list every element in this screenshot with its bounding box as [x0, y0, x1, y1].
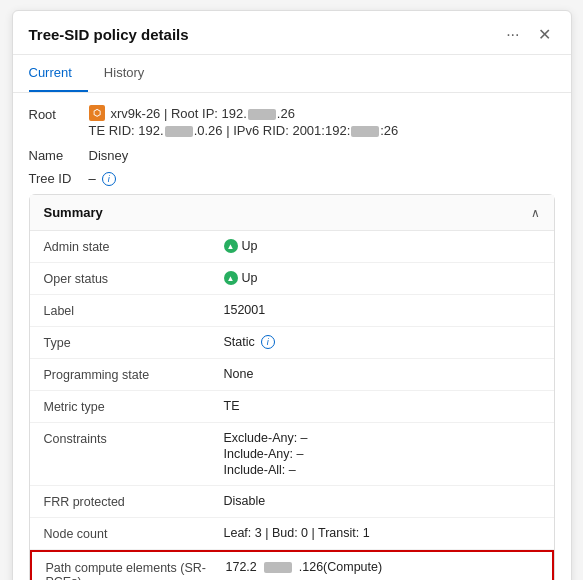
frr-protected-row: FRR protected Disable: [30, 486, 554, 518]
tree-id-label: Tree ID: [29, 171, 89, 186]
oper-status-status: ▲ Up: [224, 271, 258, 285]
admin-state-value: ▲ Up: [224, 239, 258, 253]
oper-status-value: ▲ Up: [224, 271, 258, 285]
root-te-info: TE RID: 192..0.26 | IPv6 RID: 2001:192::…: [89, 123, 399, 138]
programming-state-label: Programming state: [44, 367, 224, 382]
name-row: Name Disney: [29, 148, 555, 163]
panel-header: Tree-SID policy details ··· ✕: [13, 11, 571, 55]
frr-protected-label: FRR protected: [44, 494, 224, 509]
node-count-value: Leaf: 3 | Bud: 0 | Transit: 1: [224, 526, 370, 540]
summary-collapse-icon[interactable]: ∧: [531, 206, 540, 220]
label-row: Label 152001: [30, 295, 554, 327]
root-label: Root: [29, 105, 89, 122]
summary-header: Summary ∧: [30, 195, 554, 231]
summary-title: Summary: [44, 205, 103, 220]
tree-id-value: – i: [89, 171, 116, 186]
type-row: Type Static i: [30, 327, 554, 359]
admin-state-label: Admin state: [44, 239, 224, 254]
summary-card: Summary ∧ Admin state ▲ Up Oper sta: [29, 194, 555, 580]
node-count-row: Node count Leaf: 3 | Bud: 0 | Transit: 1: [30, 518, 554, 550]
constraints-label: Constraints: [44, 431, 224, 446]
programming-state-value: None: [224, 367, 254, 381]
tab-history[interactable]: History: [104, 55, 160, 92]
name-label: Name: [29, 148, 89, 163]
summary-body: Admin state ▲ Up Oper status ▲ Up: [30, 231, 554, 580]
path-compute-label: Path compute elements (SR-PCEs): [46, 560, 226, 580]
admin-up-icon: ▲: [224, 239, 238, 253]
panel-title: Tree-SID policy details: [29, 26, 189, 43]
constraints-row: Constraints Exclude-Any: – Include-Any: …: [30, 423, 554, 486]
root-device-info: xrv9k-26 | Root IP: 192..26: [111, 106, 295, 121]
path-compute-value: 172.2.126(Compute): [226, 560, 383, 574]
more-options-button[interactable]: ···: [502, 24, 523, 46]
metric-type-label: Metric type: [44, 399, 224, 414]
oper-up-icon: ▲: [224, 271, 238, 285]
oper-status-row: Oper status ▲ Up: [30, 263, 554, 295]
type-info-icon[interactable]: i: [261, 335, 275, 349]
frr-protected-value: Disable: [224, 494, 266, 508]
metric-type-value: TE: [224, 399, 240, 413]
path-compute-ip-mask: [264, 562, 292, 573]
path-compute-row: Path compute elements (SR-PCEs) 172.2.12…: [30, 550, 554, 580]
label-value: 152001: [224, 303, 266, 317]
tab-current[interactable]: Current: [29, 55, 88, 92]
oper-status-label: Oper status: [44, 271, 224, 286]
metric-type-row: Metric type TE: [30, 391, 554, 423]
admin-state-status: ▲ Up: [224, 239, 258, 253]
panel-body: Root ⬡ xrv9k-26 | Root IP: 192..26 TE RI…: [13, 93, 571, 580]
label-field-label: Label: [44, 303, 224, 318]
root-line1: ⬡ xrv9k-26 | Root IP: 192..26: [89, 105, 399, 121]
node-count-label: Node count: [44, 526, 224, 541]
tree-id-row: Tree ID – i: [29, 171, 555, 186]
programming-state-row: Programming state None: [30, 359, 554, 391]
root-content: ⬡ xrv9k-26 | Root IP: 192..26 TE RID: 19…: [89, 105, 399, 138]
router-icon: ⬡: [89, 105, 105, 121]
constraints-value: Exclude-Any: – Include-Any: – Include-Al…: [224, 431, 308, 477]
type-label: Type: [44, 335, 224, 350]
type-value: Static i: [224, 335, 275, 349]
tree-id-info-icon[interactable]: i: [102, 172, 116, 186]
tree-sid-panel: Tree-SID policy details ··· ✕ Current Hi…: [12, 10, 572, 580]
name-value: Disney: [89, 148, 129, 163]
admin-state-row: Admin state ▲ Up: [30, 231, 554, 263]
header-actions: ··· ✕: [502, 23, 554, 46]
root-row: Root ⬡ xrv9k-26 | Root IP: 192..26 TE RI…: [29, 105, 555, 138]
tabs-container: Current History: [13, 55, 571, 93]
close-button[interactable]: ✕: [534, 23, 555, 46]
